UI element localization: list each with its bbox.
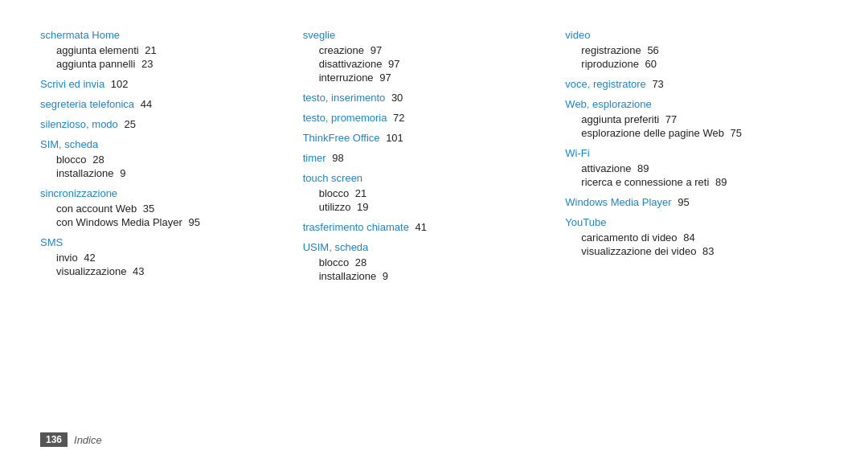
heading-text: Web, esplorazione (565, 98, 651, 110)
heading-text: segreteria telefonica (40, 98, 134, 110)
index-section: YouTubecaricamento di video 84visualizza… (565, 216, 812, 257)
section-heading: timer 98 (303, 152, 550, 164)
heading-text: Windows Media Player (565, 196, 671, 208)
page: schermata Homeaggiunta elementi 21aggiun… (0, 0, 868, 471)
heading-number: 98 (330, 152, 344, 164)
index-section: SIM, schedablocco 28installazione 9 (40, 138, 287, 179)
index-section: ThinkFree Office 101 (303, 132, 550, 144)
sub-label: utilizzo (319, 201, 351, 213)
sub-label: aggiunta pannelli (56, 58, 135, 70)
heading-text: Wi-Fi (565, 147, 589, 159)
sub-number: 9 (117, 167, 126, 179)
section-heading: USIM, scheda (303, 241, 550, 253)
sub-label: ricerca e connessione a reti (581, 176, 709, 188)
heading-number: 25 (121, 118, 136, 130)
sub-entry: invio 42 (56, 252, 287, 264)
heading-text: Scrivi ed invia (40, 78, 104, 90)
sub-entry: installazione 9 (319, 270, 550, 282)
heading-number: 95 (675, 196, 690, 208)
sub-label: installazione (319, 270, 377, 282)
heading-number: 41 (412, 221, 427, 233)
index-section: trasferimento chiamate 41 (303, 221, 550, 233)
index-section: testo, promemoria 72 (303, 112, 550, 124)
sub-number: 83 (699, 245, 714, 257)
sub-label: aggiunta elementi (56, 44, 139, 56)
sub-label: blocco (56, 154, 87, 166)
sub-number: 95 (186, 216, 200, 228)
page-number: 136 (40, 432, 68, 447)
index-section: testo, inserimento 30 (303, 92, 550, 104)
sub-entry: creazione 97 (319, 44, 550, 56)
sub-label: creazione (319, 44, 364, 56)
sub-number: 56 (645, 44, 659, 56)
sub-number: 84 (681, 231, 695, 244)
sub-number: 35 (140, 203, 154, 215)
section-heading: testo, promemoria 72 (303, 112, 550, 124)
footer: 136 Indice (40, 432, 828, 447)
sub-number: 89 (712, 176, 727, 188)
sub-number: 21 (142, 44, 157, 56)
sub-entry: attivazione 89 (581, 162, 812, 174)
sub-number: 21 (352, 187, 366, 199)
sub-entry: utilizzo 19 (319, 201, 550, 213)
section-heading: video (565, 29, 812, 41)
sub-number: 97 (385, 58, 399, 70)
heading-text: testo, promemoria (303, 112, 387, 124)
sub-entry: blocco 21 (319, 187, 550, 199)
heading-text: voce, registratore (565, 78, 645, 90)
index-section: Windows Media Player 95 (565, 196, 812, 208)
sub-number: 28 (90, 154, 104, 166)
section-heading: SIM, scheda (40, 138, 287, 150)
sub-label: esplorazione delle pagine Web (581, 127, 724, 139)
heading-text: YouTube (565, 216, 606, 228)
sub-entry: aggiunta elementi 21 (56, 44, 287, 56)
index-section: SMSinvio 42visualizzazione 43 (40, 236, 287, 277)
index-section: USIM, schedablocco 28installazione 9 (303, 241, 550, 282)
index-section: Scrivi ed invia 102 (40, 78, 287, 90)
index-section: segreteria telefonica 44 (40, 98, 287, 110)
index-section: voce, registratore 73 (565, 78, 812, 90)
sub-label: invio (56, 252, 78, 264)
heading-text: timer (303, 152, 326, 164)
sub-entry: blocco 28 (319, 256, 550, 268)
heading-text: trasferimento chiamate (303, 221, 409, 233)
sub-entry: esplorazione delle pagine Web 75 (581, 127, 812, 139)
index-section: Web, esplorazioneaggiunta preferiti 77es… (565, 98, 812, 139)
heading-text: SIM, scheda (40, 138, 98, 150)
sub-entry: con account Web 35 (56, 203, 287, 215)
sub-label: interruzione (319, 72, 374, 84)
index-section: svegliecreazione 97disattivazione 97inte… (303, 29, 550, 84)
sub-number: 89 (635, 162, 649, 174)
sub-entry: riproduzione 60 (581, 58, 812, 70)
heading-text: SMS (40, 236, 63, 248)
sub-label: installazione (56, 167, 114, 179)
sub-number: 60 (642, 58, 657, 70)
heading-text: testo, inserimento (303, 92, 386, 104)
sub-label: disattivazione (319, 58, 383, 70)
section-heading: Windows Media Player 95 (565, 196, 812, 208)
sub-number: 28 (352, 256, 366, 268)
section-heading: sincronizzazione (40, 187, 287, 199)
section-heading: ThinkFree Office 101 (303, 132, 550, 144)
sub-entry: visualizzazione dei video 83 (581, 245, 812, 257)
section-heading: schermata Home (40, 29, 287, 41)
sub-number: 77 (662, 113, 677, 125)
heading-text: sveglie (303, 29, 335, 41)
heading-number: 73 (649, 78, 664, 90)
sub-label: con Windows Media Player (56, 216, 182, 228)
sub-number: 43 (129, 265, 144, 277)
sub-entry: visualizzazione 43 (56, 265, 287, 277)
section-heading: sveglie (303, 29, 550, 41)
index-section: Wi-Fiattivazione 89ricerca e connessione… (565, 147, 812, 188)
heading-text: touch screen (303, 172, 362, 184)
sub-label: attivazione (581, 162, 631, 174)
section-heading: Wi-Fi (565, 147, 812, 159)
sub-label: blocco (319, 187, 350, 199)
index-columns: schermata Homeaggiunta elementi 21aggiun… (40, 29, 828, 424)
section-heading: testo, inserimento 30 (303, 92, 550, 104)
index-section: touch screenblocco 21utilizzo 19 (303, 172, 550, 213)
section-heading: silenzioso, modo 25 (40, 118, 287, 130)
sub-number: 97 (367, 44, 382, 56)
index-section: timer 98 (303, 152, 550, 164)
heading-text: USIM, scheda (303, 241, 369, 253)
